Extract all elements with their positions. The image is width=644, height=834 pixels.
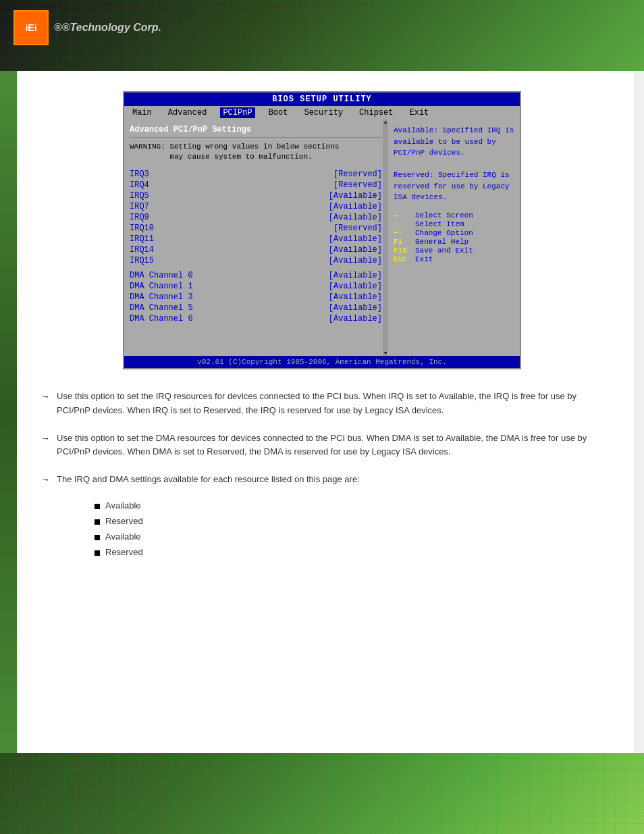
menu-advanced[interactable]: Advanced xyxy=(165,107,210,118)
menu-boot[interactable]: Boot xyxy=(266,107,291,118)
dma-row-5: DMA Channel 5 [Available] xyxy=(130,303,382,313)
nav-key-updown: ↑↓ xyxy=(394,220,412,228)
bios-settings-panel: Advanced PCI/PnP Settings WARNING: Setti… xyxy=(124,120,388,330)
bios-menu-bar: Main Advanced PCIPnP Boot Security Chips… xyxy=(124,106,520,120)
section-title: Advanced PCI/PnP Settings xyxy=(130,125,382,134)
paragraph-3: → The IRQ and DMA settings available for… xyxy=(41,473,603,487)
dma-row-3: DMA Channel 3 [Available] xyxy=(130,292,382,302)
dma-row-0: DMA Channel 0 [Available] xyxy=(130,271,382,280)
irq-row-9: IRQ9 [Available] xyxy=(130,213,382,222)
right-decoration xyxy=(634,71,644,753)
scroll-up-arrow: ▲ xyxy=(383,120,388,125)
bios-nav-help: ← Select Screen ↑↓ Select Item +- Change… xyxy=(394,211,514,263)
menu-chipset[interactable]: Chipset xyxy=(356,107,396,118)
bios-title: BIOS SETUP UTILITY xyxy=(272,95,372,104)
bios-left-panel: Advanced PCI/PnP Settings WARNING: Setti… xyxy=(124,120,388,356)
separator xyxy=(130,137,382,138)
irq-row-5: IRQ5 [Available] xyxy=(130,191,382,201)
list-item-3: Available xyxy=(95,531,603,542)
bullet-2 xyxy=(95,519,100,525)
menu-main[interactable]: Main xyxy=(130,107,155,118)
paragraph-3-text: The IRQ and DMA settings available for e… xyxy=(57,473,360,487)
nav-save-exit: F10 Save and Exit xyxy=(394,246,514,255)
irq-row-14: IRQ14 [Available] xyxy=(130,245,382,255)
nav-key-f1: F1 xyxy=(394,238,412,246)
bios-help-text: Available: Specified IRQ is available to… xyxy=(394,125,514,203)
header: ®®Technology Corp. xyxy=(0,0,644,71)
nav-esc-exit: ESC Exit xyxy=(394,255,514,263)
registered-mark: ® xyxy=(54,22,62,33)
list-item-2: Reserved xyxy=(95,516,603,526)
scroll-down-arrow: ▼ xyxy=(383,350,388,356)
irq-row-3: IRQ3 [Reserved] xyxy=(130,170,382,179)
menu-pcipnp[interactable]: PCIPnP xyxy=(220,107,254,118)
nav-desc-select-screen: Select Screen xyxy=(415,211,473,219)
irq-row-11: IRQ11 [Available] xyxy=(130,234,382,244)
left-decoration xyxy=(0,71,17,753)
bios-footer: v02.61 (C)Copyright 1985-2006, American … xyxy=(124,356,520,368)
paragraph-2-text: Use this option to set the DMA resources… xyxy=(57,432,603,460)
irq-row-4: IRQ4 [Reserved] xyxy=(130,180,382,190)
nav-desc-general-help: General Help xyxy=(415,238,468,246)
nav-select-item: ↑↓ Select Item xyxy=(394,220,514,228)
menu-exit[interactable]: Exit xyxy=(406,107,431,118)
arrow-icon-1: → xyxy=(41,391,50,402)
nav-desc-select-item: Select Item xyxy=(415,220,464,228)
main-content: BIOS SETUP UTILITY Main Advanced PCIPnP … xyxy=(0,71,644,588)
paragraph-1: → Use this option to set the IRQ resourc… xyxy=(41,390,603,418)
nav-key-f10: F10 xyxy=(394,246,412,255)
company-name: ®®Technology Corp. xyxy=(54,22,161,34)
nav-key-plusminus: +- xyxy=(394,229,412,237)
bullet-4 xyxy=(95,550,100,556)
arrow-icon-2: → xyxy=(41,433,50,444)
list-item-1: Available xyxy=(95,500,603,511)
nav-key-esc: ESC xyxy=(394,255,412,263)
nav-desc-save-exit: Save and Exit xyxy=(415,246,473,255)
irq-row-15: IRQ15 [Available] xyxy=(130,256,382,265)
bios-setup-utility: BIOS SETUP UTILITY Main Advanced PCIPnP … xyxy=(123,91,521,369)
company-logo xyxy=(14,10,49,45)
dma-row-6: DMA Channel 6 [Available] xyxy=(130,314,382,323)
nav-change-option: +- Change Option xyxy=(394,229,514,237)
nav-desc-change-option: Change Option xyxy=(415,229,473,237)
bios-right-panel: Available: Specified IRQ is available to… xyxy=(388,120,520,356)
nav-general-help: F1 General Help xyxy=(394,238,514,246)
content-section: → Use this option to set the IRQ resourc… xyxy=(20,383,624,574)
scrollbar[interactable]: ▲ ▼ xyxy=(383,120,388,356)
irq-row-7: IRQ7 [Available] xyxy=(130,202,382,211)
bios-footer-text: v02.61 (C)Copyright 1985-2006, American … xyxy=(197,358,447,366)
paragraph-1-text: Use this option to set the IRQ resources… xyxy=(57,390,603,418)
bios-title-bar: BIOS SETUP UTILITY xyxy=(124,93,520,106)
nav-key-arrows: ← xyxy=(394,211,412,219)
footer-decoration xyxy=(0,753,644,834)
warning-text: WARNING: Setting wrong values in below s… xyxy=(130,142,382,163)
bios-body: Advanced PCI/PnP Settings WARNING: Setti… xyxy=(124,120,520,356)
bullet-3 xyxy=(95,535,100,540)
logo-area: ®®Technology Corp. xyxy=(14,10,161,45)
options-list: Available Reserved Available Reserved xyxy=(95,500,603,557)
paragraph-2: → Use this option to set the DMA resourc… xyxy=(41,432,603,460)
nav-select-screen: ← Select Screen xyxy=(394,211,514,219)
irq-row-10: IRQ10 [Reserved] xyxy=(130,224,382,233)
nav-desc-esc-exit: Exit xyxy=(415,255,433,263)
arrow-icon-3: → xyxy=(41,474,50,485)
menu-security[interactable]: Security xyxy=(301,107,346,118)
dma-row-1: DMA Channel 1 [Available] xyxy=(130,282,382,291)
bullet-1 xyxy=(95,504,100,509)
list-item-4: Reserved xyxy=(95,547,603,557)
